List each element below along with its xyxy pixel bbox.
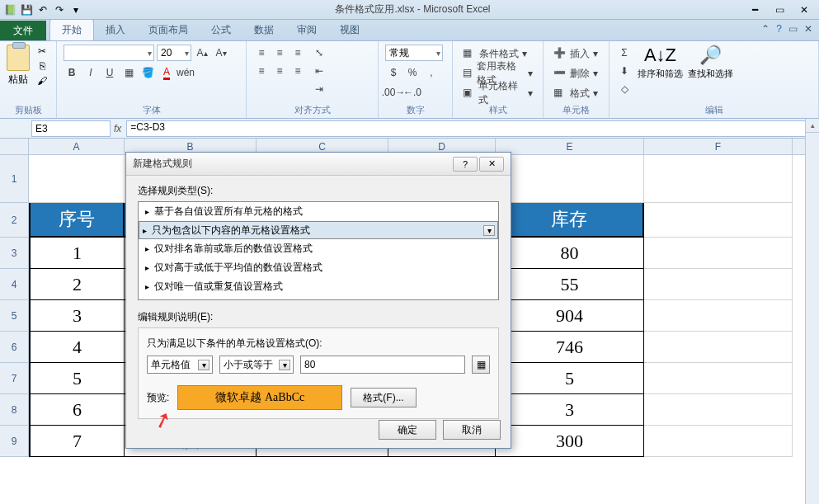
cell-e9[interactable]: 300	[496, 426, 644, 457]
paste-button[interactable]: 粘贴	[7, 45, 30, 87]
tab-data[interactable]: 数据	[242, 20, 285, 40]
col-header-f[interactable]: F	[644, 139, 793, 154]
col-header-a[interactable]: A	[29, 139, 125, 154]
cell-a7[interactable]: 5	[29, 363, 125, 394]
align-center-button[interactable]: ≡	[271, 63, 288, 79]
tab-page-layout[interactable]: 页面布局	[137, 20, 200, 40]
row-header-6[interactable]: 6	[0, 332, 29, 363]
fx-icon[interactable]: fx	[114, 123, 121, 134]
decrease-decimal-button[interactable]: ←.0	[404, 84, 421, 101]
tab-file[interactable]: 文件	[0, 21, 46, 40]
cell-a9[interactable]: 7	[29, 426, 125, 457]
sort-filter-button[interactable]: A↓Z 排序和筛选	[638, 45, 683, 80]
cell-e6[interactable]: 746	[496, 332, 644, 363]
row-header-8[interactable]: 8	[0, 394, 29, 426]
cell-e7[interactable]: 5	[496, 363, 644, 394]
border-button[interactable]: ▦	[120, 64, 137, 81]
mdi-restore-icon[interactable]: ▭	[788, 23, 798, 35]
help-icon[interactable]: ?	[776, 23, 782, 35]
rule-item-4[interactable]: 仅对唯一值或重复值设置格式	[139, 277, 498, 296]
redo-icon[interactable]: ↷	[53, 3, 66, 16]
decrease-indent-button[interactable]: ⇤	[311, 63, 327, 79]
shrink-font-button[interactable]: A▾	[213, 45, 229, 61]
orientation-button[interactable]: ⤡	[311, 45, 327, 61]
row-header-2[interactable]: 2	[0, 203, 29, 238]
cell-f3[interactable]	[644, 238, 793, 269]
cell-e4[interactable]: 55	[496, 269, 644, 300]
rule-item-5[interactable]: 使用公式确定要设置格式的单元格	[139, 296, 498, 300]
format-painter-icon[interactable]: 🖌	[35, 74, 49, 87]
formula-input[interactable]: =C3-D3	[126, 120, 812, 137]
row-header-7[interactable]: 7	[0, 363, 29, 394]
autosum-button[interactable]: Σ	[616, 45, 633, 61]
cell-f6[interactable]	[644, 332, 793, 363]
cell-e1[interactable]	[496, 155, 644, 203]
increase-decimal-button[interactable]: .00→	[385, 84, 402, 101]
cell-a5[interactable]: 3	[29, 300, 125, 332]
operator-select[interactable]: 小于或等于	[219, 356, 294, 374]
italic-button[interactable]: I	[82, 64, 99, 81]
dialog-close-button[interactable]: ✕	[479, 157, 504, 172]
close-button[interactable]: ✕	[793, 3, 816, 16]
bold-button[interactable]: B	[64, 64, 80, 81]
rule-item-1[interactable]: 只为包含以下内容的单元格设置格式	[139, 221, 498, 239]
undo-icon[interactable]: ↶	[36, 3, 49, 16]
name-box[interactable]: E3	[31, 120, 111, 137]
cell-a1[interactable]	[29, 155, 125, 203]
increase-indent-button[interactable]: ⇥	[311, 81, 327, 97]
grow-font-button[interactable]: A▴	[194, 45, 210, 61]
cell-a3[interactable]: 1	[29, 238, 125, 269]
underline-button[interactable]: U	[101, 64, 118, 81]
cell-a6[interactable]: 4	[29, 332, 125, 363]
cell-e8[interactable]: 3	[496, 394, 644, 426]
qat-dropdown-icon[interactable]: ▾	[69, 3, 82, 16]
rule-item-3[interactable]: 仅对高于或低于平均值的数值设置格式	[139, 258, 498, 277]
rule-type-list[interactable]: 基于各自值设置所有单元格的格式 只为包含以下内容的单元格设置格式 仅对排名靠前或…	[138, 201, 499, 300]
row-header-4[interactable]: 4	[0, 269, 29, 300]
threshold-input[interactable]	[300, 356, 465, 374]
cell-e5[interactable]: 904	[496, 300, 644, 332]
dialog-titlebar[interactable]: 新建格式规则 ? ✕	[126, 153, 511, 176]
ok-button[interactable]: 确定	[379, 420, 436, 440]
cell-e2[interactable]: 库存	[496, 203, 644, 238]
dialog-help-button[interactable]: ?	[453, 157, 478, 172]
cell-f8[interactable]	[644, 394, 793, 426]
tab-insert[interactable]: 插入	[94, 20, 137, 40]
font-color-button[interactable]: A	[158, 64, 175, 81]
col-header-e[interactable]: E	[496, 139, 644, 154]
font-size-combo[interactable]: 20	[157, 45, 191, 61]
row-header-5[interactable]: 5	[0, 300, 29, 332]
save-icon[interactable]: 💾	[20, 3, 33, 16]
format-button[interactable]: 格式(F)...	[351, 388, 416, 407]
cell-f9[interactable]	[644, 426, 793, 457]
cell-f1[interactable]	[644, 155, 793, 203]
tab-review[interactable]: 审阅	[285, 20, 328, 40]
align-bottom-button[interactable]: ≡	[289, 45, 306, 61]
scroll-up-icon[interactable]: ▴	[806, 119, 819, 133]
mdi-close-icon[interactable]: ✕	[804, 23, 812, 35]
minimize-button[interactable]: ━	[743, 3, 766, 16]
rule-item-2[interactable]: 仅对排名靠前或靠后的数值设置格式	[139, 239, 498, 258]
currency-button[interactable]: $	[385, 64, 402, 81]
number-format-combo[interactable]: 常规	[385, 45, 443, 61]
ribbon-minimize-icon[interactable]: ⌃	[761, 23, 770, 35]
tab-home[interactable]: 开始	[49, 19, 94, 40]
font-family-combo[interactable]	[64, 45, 154, 61]
vertical-scrollbar[interactable]: ▴	[805, 119, 819, 504]
cancel-button[interactable]: 取消	[443, 420, 501, 440]
comma-button[interactable]: ,	[423, 64, 440, 81]
copy-icon[interactable]: ⎘	[35, 59, 49, 73]
tab-view[interactable]: 视图	[328, 20, 371, 40]
cell-style-button[interactable]: ▣单元格样式▾	[459, 84, 536, 102]
cell-f5[interactable]	[644, 300, 793, 332]
percent-button[interactable]: %	[404, 64, 421, 81]
cell-a4[interactable]: 2	[29, 269, 125, 300]
align-right-button[interactable]: ≡	[289, 63, 306, 79]
align-top-button[interactable]: ≡	[253, 45, 270, 61]
fill-color-button[interactable]: 🪣	[139, 64, 156, 81]
cell-f4[interactable]	[644, 269, 793, 300]
delete-cells-button[interactable]: ➖删除▾	[550, 64, 601, 82]
clear-button[interactable]: ◇	[616, 81, 633, 97]
align-left-button[interactable]: ≡	[253, 63, 270, 79]
format-cells-button[interactable]: ▦格式▾	[550, 84, 601, 102]
